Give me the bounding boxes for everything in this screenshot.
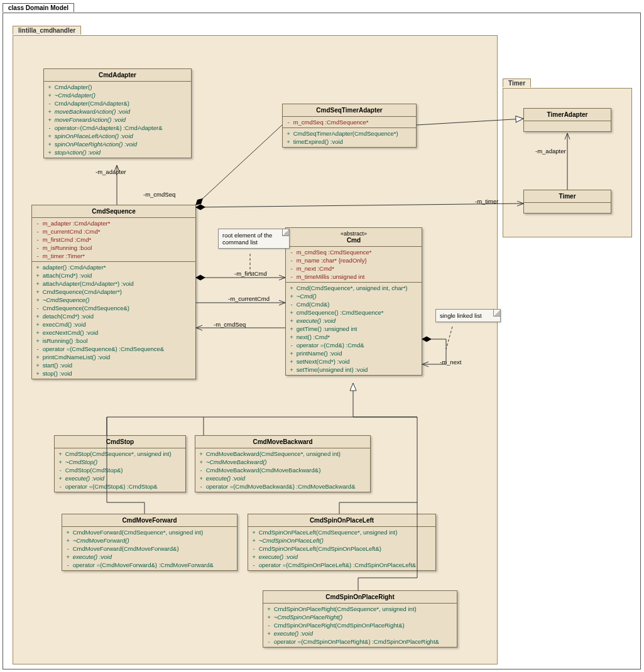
- class-operation: + ~CmdStop(): [57, 458, 183, 466]
- class-operation: - operator=(CmdAdapter&) :CmdAdapter&: [46, 124, 188, 132]
- class-title: CmdSpinOnPlaceLeft: [248, 514, 435, 527]
- class-title: CmdSequence: [32, 205, 195, 218]
- class-operation: + ~CmdSpinOnPlaceRight(): [266, 613, 454, 621]
- class-operation: + getTime() :unsigned int: [288, 325, 419, 333]
- label-m-timer: -m_timer: [475, 198, 498, 205]
- class-operation: + execCmd() :void: [35, 320, 193, 328]
- label-m-currentcmd: -m_currentCmd: [228, 295, 270, 302]
- label-m-adapter-timer: -m_adapter: [535, 148, 566, 154]
- class-attribute: - m_currentCmd :Cmd*: [35, 227, 193, 236]
- label-m-firstcmd: -m_firstCmd: [234, 270, 267, 277]
- class-operation: + stop() :void: [35, 369, 193, 377]
- label-m-next: -m_next: [440, 359, 461, 366]
- class-attribute: - m_name :char* {readOnly}: [288, 256, 419, 264]
- class-attribute: - m_timer :Timer*: [35, 252, 193, 260]
- class-operation: + CmdSpinOnPlaceRight(CmdSequence*, unsi…: [266, 605, 454, 613]
- class-operation: + CmdMoveForward(CmdSequence*, unsigned …: [65, 528, 234, 536]
- class-operation: - operator =(CmdSpinOnPlaceLeft&) :CmdSp…: [251, 561, 433, 569]
- class-operation: + Cmd(CmdSequence*, unsigned int, char*): [288, 284, 419, 292]
- class-title: CmdSpinOnPlaceRight: [263, 591, 457, 604]
- class-operation: + attachAdapter(CmdAdapter*) :void: [35, 279, 193, 288]
- class-CmdStop: CmdStop+ CmdStop(CmdSequence*, unsigned …: [54, 435, 186, 492]
- class-Timer: Timer: [523, 190, 611, 214]
- class-title: Timer: [524, 190, 611, 203]
- class-operation: + ~CmdMoveForward(): [65, 536, 234, 545]
- class-operation: - operator =(CmdMoveBackward&) :CmdMoveB…: [198, 482, 368, 490]
- class-operation: + execute() :void: [198, 474, 368, 482]
- note-single: single linked list: [435, 309, 501, 322]
- class-CmdSpinOnPlaceLeft: CmdSpinOnPlaceLeft+ CmdSpinOnPlaceLeft(C…: [248, 514, 436, 571]
- class-CmdMoveForward: CmdMoveForward+ CmdMoveForward(CmdSequen…: [62, 514, 237, 571]
- class-operation: - CmdSequence(CmdSequence&): [35, 304, 193, 312]
- class-operation: - CmdSpinOnPlaceRight(CmdSpinOnPlaceRigh…: [266, 621, 454, 629]
- class-CmdMoveBackward: CmdMoveBackward+ CmdMoveBackward(CmdSequ…: [195, 435, 371, 492]
- class-operation: + execute() :void: [57, 474, 183, 482]
- class-operation: + adapter() :CmdAdapter*: [35, 263, 193, 271]
- class-operation: + setNext(Cmd*) :void: [288, 357, 419, 366]
- diagram-title: class Domain Model: [3, 3, 74, 12]
- label-m-cmdseq1: -m_cmdSeq: [143, 191, 175, 198]
- package-lintilla-tab: lintilla_cmdhandler: [13, 26, 81, 35]
- class-title: CmdMoveForward: [62, 514, 237, 527]
- class-operation: + detach(Cmd*) :void: [35, 312, 193, 320]
- class-operation: + spinOnPlaceRightAction() :void: [46, 140, 188, 148]
- class-CmdSequence: CmdSequence- m_adapter :CmdAdapter*- m_c…: [31, 205, 196, 379]
- class-operation: - operator =(CmdSequence&) :CmdSequence&: [35, 345, 193, 353]
- class-title: «abstract»Cmd: [286, 228, 422, 247]
- class-attribute: - m_cmdSeq :CmdSequence*: [288, 248, 419, 256]
- class-attribute: - m_timeMillis :unsigned int: [288, 273, 419, 281]
- class-operation: + next() :Cmd*: [288, 333, 419, 341]
- class-operation: + printCmdNameList() :void: [35, 353, 193, 361]
- class-operation: + ~CmdSequence(): [35, 296, 193, 304]
- class-operation: + CmdSequence(CmdAdapter*): [35, 288, 193, 296]
- class-attribute: - m_isRunning :bool: [35, 244, 193, 252]
- class-operation: + spinOnPlaceLeftAction() :void: [46, 132, 188, 140]
- class-operation: - CmdMoveForward(CmdMoveForward&): [65, 545, 234, 553]
- class-operation: - operator =(Cmd&) :Cmd&: [288, 341, 419, 349]
- class-attribute: - m_cmdSeq :CmdSequence*: [285, 118, 413, 126]
- class-operation: - CmdSpinOnPlaceLeft(CmdSpinOnPlaceLeft&…: [251, 545, 433, 553]
- class-operation: + ~CmdSpinOnPlaceLeft(): [251, 536, 433, 545]
- class-operation: - operator =(CmdMoveForward&) :CmdMoveFo…: [65, 561, 234, 569]
- class-operation: - CmdAdapter(CmdAdapter&): [46, 99, 188, 107]
- class-operation: - CmdMoveBackward(CmdMoveBackward&): [198, 466, 368, 474]
- class-operation: + execute() :void: [65, 553, 234, 561]
- class-title: CmdSeqTimerAdapter: [283, 104, 416, 117]
- class-operation: + CmdMoveBackward(CmdSequence*, unsigned…: [198, 450, 368, 458]
- class-CmdSeqTimerAdapter: CmdSeqTimerAdapter- m_cmdSeq :CmdSequenc…: [282, 104, 417, 148]
- class-operation: + moveBackwardAction() :void: [46, 107, 188, 116]
- note-root: root element of the command list: [218, 229, 290, 249]
- class-attribute: - m_next :Cmd*: [288, 264, 419, 273]
- class-operation: + timeExpired() :void: [285, 138, 413, 146]
- class-CmdAdapter: CmdAdapter+ CmdAdapter()+ ~CmdAdapter()-…: [43, 68, 192, 158]
- class-operation: + ~CmdMoveBackward(): [198, 458, 368, 466]
- label-m-adapter: -m_adapter: [96, 168, 126, 175]
- class-operation: - operator =(CmdStop&) :CmdStop&: [57, 482, 183, 490]
- class-operation: + CmdAdapter(): [46, 83, 188, 91]
- class-operation: + execute() :void: [266, 629, 454, 637]
- class-operation: + CmdSeqTimerAdapter(CmdSequence*): [285, 129, 413, 138]
- class-operation: + moveForwardAction() :void: [46, 116, 188, 124]
- class-title: CmdMoveBackward: [195, 436, 370, 448]
- class-operation: - Cmd(Cmd&): [288, 300, 419, 308]
- class-operation: + setTime(unsigned int) :void: [288, 366, 419, 374]
- class-CmdSpinOnPlaceRight: CmdSpinOnPlaceRight+ CmdSpinOnPlaceRight…: [263, 590, 457, 648]
- class-title: CmdAdapter: [44, 69, 191, 82]
- class-operation: + execute() :void: [288, 317, 419, 325]
- class-operation: + start() :void: [35, 361, 193, 369]
- class-operation: + stopAction() :void: [46, 148, 188, 156]
- class-operation: + CmdStop(CmdSequence*, unsigned int): [57, 450, 183, 458]
- class-operation: + ~CmdAdapter(): [46, 91, 188, 99]
- class-operation: - operator =(CmdSpinOnPlaceRight&) :CmdS…: [266, 637, 454, 646]
- class-operation: + attach(Cmd*) :void: [35, 271, 193, 279]
- class-operation: + execNextCmd() :void: [35, 328, 193, 337]
- class-operation: + cmdSequence() :CmdSequence*: [288, 308, 419, 317]
- label-m-cmdseq2: -m_cmdSeq: [214, 321, 246, 328]
- class-operation: + ~Cmd(): [288, 292, 419, 300]
- class-title: CmdStop: [55, 436, 185, 448]
- class-operation: + printName() :void: [288, 349, 419, 357]
- class-attribute: - m_adapter :CmdAdapter*: [35, 219, 193, 227]
- class-attribute: - m_firstCmd :Cmd*: [35, 236, 193, 244]
- class-operation: + execute() :void: [251, 553, 433, 561]
- class-operation: + isRunning() :bool: [35, 337, 193, 345]
